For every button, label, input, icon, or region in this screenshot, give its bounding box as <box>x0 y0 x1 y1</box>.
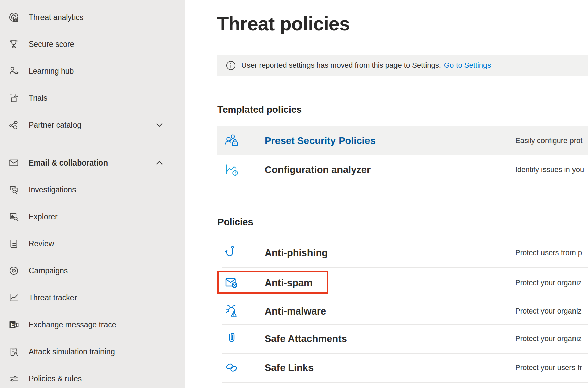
sidebar-item-review[interactable]: Review <box>0 230 185 257</box>
sidebar-item-investigations[interactable]: Investigations <box>0 176 185 203</box>
sidebar-item-exchange-message-trace[interactable]: E Exchange message trace <box>0 311 185 338</box>
sidebar-item-partner-catalog[interactable]: Partner catalog <box>0 112 185 139</box>
sidebar-item-label: Investigations <box>29 185 76 195</box>
attack-simulation-icon <box>8 346 20 358</box>
row-preset-security-policies[interactable]: Preset Security Policies Easily configur… <box>217 126 588 155</box>
row-configuration-analyzer[interactable]: Configuration analyzer Identify issues i… <box>217 155 588 184</box>
sidebar-item-campaigns[interactable]: Campaigns <box>0 257 185 284</box>
row-safe-links[interactable]: Safe Links Protect your users fr <box>217 353 588 382</box>
sidebar-item-threat-tracker[interactable]: Threat tracker <box>0 284 185 311</box>
safe-attachments-icon <box>224 331 240 347</box>
row-title: Anti-spam <box>265 277 313 288</box>
row-description: Protect your users fr <box>515 363 582 372</box>
row-anti-malware[interactable]: Anti-malware Protect your organiz <box>217 298 588 324</box>
sidebar-item-secure-score[interactable]: Secure score <box>0 31 185 58</box>
sidebar-item-attack-simulation-training[interactable]: Attack simulation training <box>0 338 185 365</box>
learning-hub-icon <box>8 65 20 77</box>
row-divider <box>222 184 588 184</box>
row-divider <box>222 382 588 383</box>
row-title: Anti-malware <box>265 306 326 317</box>
sidebar-item-threat-analytics[interactable]: Threat analytics <box>0 4 185 31</box>
row-description: Protect your organiz <box>515 334 582 343</box>
explorer-icon <box>8 211 20 223</box>
threat-analytics-icon <box>8 11 20 23</box>
go-to-settings-link[interactable]: Go to Settings <box>444 61 491 70</box>
row-description: Protect your organiz <box>515 278 582 287</box>
secure-score-icon <box>8 38 20 50</box>
campaigns-icon <box>8 265 20 277</box>
sidebar-item-learning-hub[interactable]: Learning hub <box>0 58 185 85</box>
sidebar-divider <box>7 144 175 144</box>
policies-heading: Policies <box>217 217 253 228</box>
policies-rules-icon <box>8 372 20 385</box>
row-title: Safe Links <box>265 362 314 374</box>
row-title: Preset Security Policies <box>265 135 376 146</box>
svg-text:E: E <box>11 322 14 328</box>
templated-policies-heading: Templated policies <box>217 104 302 115</box>
sidebar-item-label: Policies & rules <box>29 374 82 383</box>
sidebar-item-label: Review <box>29 239 54 248</box>
sidebar-item-email-collaboration[interactable]: Email & collaboration <box>0 149 185 176</box>
review-icon <box>8 238 20 250</box>
row-description: Protect users from p <box>515 248 582 257</box>
sidebar-item-explorer[interactable]: Explorer <box>0 203 185 230</box>
exchange-icon: E <box>8 319 20 331</box>
info-banner: User reported settings has moved from th… <box>217 55 588 76</box>
sidebar-item-policies-rules[interactable]: Policies & rules <box>0 365 185 388</box>
sidebar-item-label: Threat analytics <box>29 13 83 22</box>
sidebar-item-label: Campaigns <box>29 266 68 275</box>
sidebar-item-label: Explorer <box>29 212 58 221</box>
page-title: Threat policies <box>217 12 350 35</box>
row-safe-attachments[interactable]: Safe Attachments Protect your organiz <box>217 324 588 353</box>
anti-spam-icon <box>224 275 240 291</box>
row-description: Protect your organiz <box>515 307 582 316</box>
row-title: Anti-phishing <box>265 247 328 259</box>
preset-security-icon <box>224 132 240 149</box>
email-icon <box>8 157 20 169</box>
sidebar-item-label: Trials <box>29 94 47 103</box>
chevron-up-icon[interactable] <box>154 158 165 168</box>
threat-tracker-icon <box>8 292 20 304</box>
sidebar: Threat analytics Secure score Learning h… <box>0 0 185 388</box>
trials-icon <box>8 92 20 104</box>
configuration-analyzer-icon <box>224 161 240 178</box>
row-anti-spam[interactable]: Anti-spam Protect your organiz <box>217 267 588 298</box>
banner-text: User reported settings has moved from th… <box>241 61 441 70</box>
anti-malware-icon <box>224 303 240 319</box>
sidebar-item-label: Exchange message trace <box>29 320 116 329</box>
row-title: Configuration analyzer <box>265 164 371 175</box>
sidebar-item-label: Threat tracker <box>29 293 77 302</box>
sidebar-item-trials[interactable]: Trials <box>0 85 185 112</box>
partner-catalog-icon <box>8 119 20 131</box>
row-description: Identify issues in you <box>515 165 584 174</box>
investigations-icon <box>8 184 20 196</box>
info-icon <box>226 61 236 70</box>
sidebar-item-label: Email & collaboration <box>29 158 108 168</box>
anti-phishing-icon <box>224 245 240 261</box>
row-title: Safe Attachments <box>265 333 347 345</box>
chevron-down-icon[interactable] <box>154 120 165 130</box>
safe-links-icon <box>224 360 240 376</box>
row-description: Easily configure prot <box>515 136 582 145</box>
sidebar-item-label: Partner catalog <box>29 121 81 130</box>
row-anti-phishing[interactable]: Anti-phishing Protect users from p <box>217 238 588 267</box>
sidebar-item-label: Secure score <box>29 40 75 49</box>
sidebar-item-label: Attack simulation training <box>29 347 115 356</box>
sidebar-item-label: Learning hub <box>29 67 74 76</box>
